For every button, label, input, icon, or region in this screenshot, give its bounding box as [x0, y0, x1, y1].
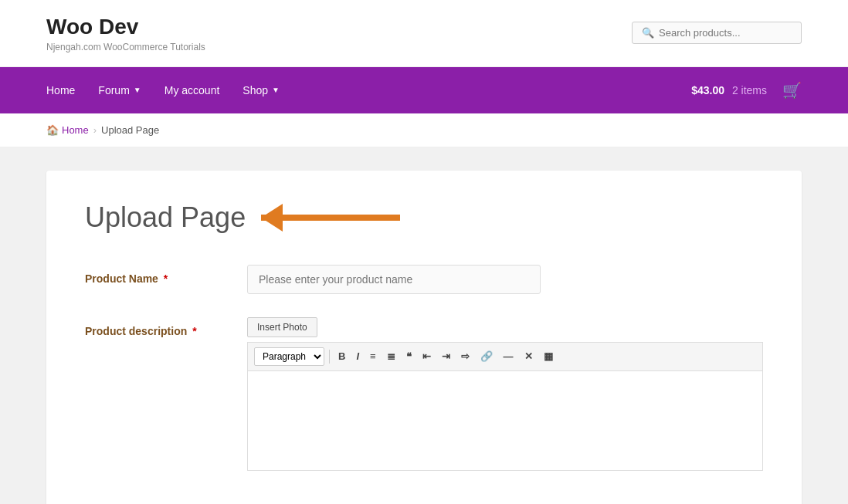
- cart-items-count: 2 items: [732, 84, 767, 96]
- align-left-button[interactable]: ⇤: [419, 348, 435, 364]
- insert-photo-button[interactable]: Insert Photo: [247, 317, 317, 337]
- toolbar-separator-1: [329, 350, 330, 364]
- site-header: Woo Dev Njengah.com WooCommerce Tutorial…: [0, 0, 848, 67]
- arrow-shaft: [261, 215, 400, 221]
- nav-links: Home Forum ▼ My account Shop ▼: [46, 69, 280, 112]
- product-name-label: Product Name *: [85, 265, 224, 285]
- shop-dropdown-icon: ▼: [272, 86, 280, 94]
- link-button[interactable]: 🔗: [477, 348, 497, 364]
- site-branding: Woo Dev Njengah.com WooCommerce Tutorial…: [46, 14, 205, 52]
- desc-required-star: *: [192, 325, 196, 337]
- product-description-row: Product description * Insert Photo Parag…: [85, 317, 763, 471]
- main-content: Upload Page Product Name * Product descr…: [0, 147, 848, 504]
- nav-item-home[interactable]: Home: [46, 69, 75, 112]
- product-name-row: Product Name *: [85, 265, 763, 294]
- breadcrumb-home-link[interactable]: 🏠 Home: [46, 124, 89, 136]
- blockquote-button[interactable]: ❝: [402, 348, 416, 364]
- paragraph-select[interactable]: Paragraph: [254, 347, 324, 366]
- search-icon: 🔍: [642, 27, 654, 39]
- breadcrumb-separator: ›: [93, 124, 97, 136]
- nav-item-shop[interactable]: Shop ▼: [243, 69, 280, 112]
- nav-cart-area: $43.00 2 items 🛒: [691, 81, 802, 100]
- page-title-row: Upload Page: [85, 201, 763, 234]
- product-name-input[interactable]: [247, 265, 541, 294]
- arrow-graphic: [261, 204, 400, 232]
- breadcrumb: 🏠 Home › Upload Page: [0, 113, 848, 147]
- product-description-field: Insert Photo Paragraph B I ≡ ≣ ❝ ⇤ ⇥ ⇨ 🔗…: [247, 317, 763, 471]
- horizontal-rule-button[interactable]: —: [500, 348, 517, 364]
- main-nav: Home Forum ▼ My account Shop ▼ $43.00 2 …: [0, 67, 848, 113]
- cart-icon[interactable]: 🛒: [782, 81, 802, 100]
- cart-price: $43.00: [691, 84, 724, 96]
- align-right-button[interactable]: ⇨: [457, 348, 473, 364]
- editor-body[interactable]: [247, 370, 763, 471]
- remove-format-button[interactable]: ✕: [521, 348, 537, 364]
- cart-amount: $43.00 2 items: [691, 84, 767, 96]
- product-name-field: [247, 265, 763, 294]
- bold-button[interactable]: B: [334, 348, 349, 364]
- align-center-button[interactable]: ⇥: [438, 348, 454, 364]
- site-tagline: Njengah.com WooCommerce Tutorials: [46, 42, 205, 52]
- page-title: Upload Page: [85, 201, 246, 234]
- nav-item-myaccount[interactable]: My account: [165, 69, 220, 112]
- page-card: Upload Page Product Name * Product descr…: [46, 171, 802, 504]
- unordered-list-button[interactable]: ≡: [366, 348, 380, 364]
- forum-dropdown-icon: ▼: [134, 86, 141, 94]
- breadcrumb-current: Upload Page: [101, 124, 159, 136]
- nav-item-forum[interactable]: Forum ▼: [98, 69, 141, 112]
- site-title: Woo Dev: [46, 14, 205, 40]
- italic-button[interactable]: I: [352, 348, 363, 364]
- home-icon: 🏠: [46, 124, 59, 136]
- product-description-label: Product description *: [85, 317, 224, 337]
- table-button[interactable]: ▦: [540, 348, 557, 364]
- search-input[interactable]: [659, 27, 792, 39]
- ordered-list-button[interactable]: ≣: [383, 348, 399, 364]
- search-box[interactable]: 🔍: [632, 22, 802, 44]
- editor-toolbar: Paragraph B I ≡ ≣ ❝ ⇤ ⇥ ⇨ 🔗 — ✕ ▦: [247, 342, 763, 370]
- required-star: *: [164, 272, 168, 285]
